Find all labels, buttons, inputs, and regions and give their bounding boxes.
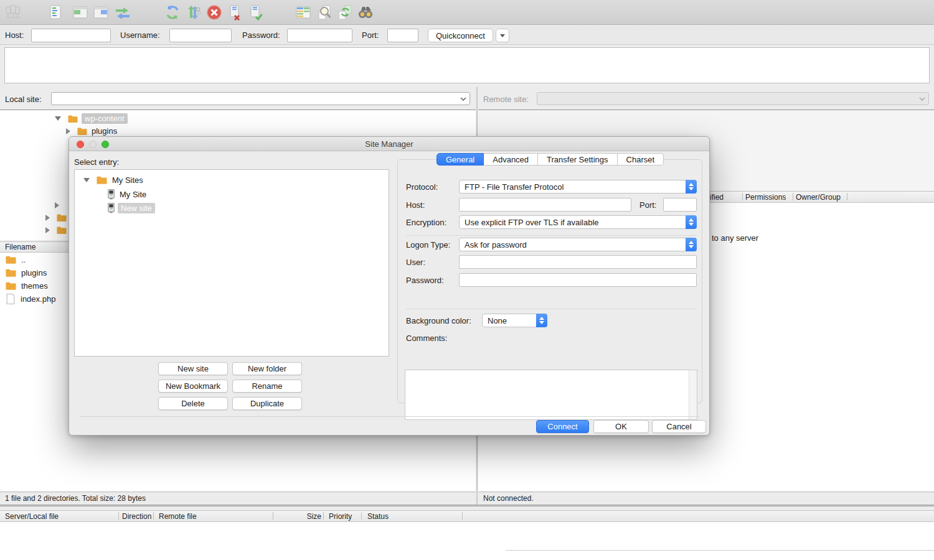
tree-item-my-sites[interactable]: My Sites xyxy=(112,175,143,185)
tree-row-partial[interactable] xyxy=(55,199,59,211)
tree-item-my-site[interactable]: My Site xyxy=(120,190,146,199)
directory-comparison-button[interactable] xyxy=(295,4,312,21)
connect-button[interactable]: Connect xyxy=(536,420,589,433)
port-input[interactable] xyxy=(387,29,418,42)
disclosure-collapsed-icon[interactable] xyxy=(66,128,70,134)
column-separator[interactable] xyxy=(793,193,793,200)
stepper-icon xyxy=(686,215,697,229)
scrollbar-track[interactable] xyxy=(689,370,697,419)
disclosure-collapsed-icon[interactable] xyxy=(45,227,50,233)
chevron-down-icon-disabled xyxy=(918,95,926,103)
process-queue-button[interactable] xyxy=(185,4,202,21)
quickconnect-button[interactable]: Quickconnect xyxy=(428,29,493,42)
cancel-button[interactable]: Cancel xyxy=(652,420,706,433)
quickconnect-dropdown-button[interactable] xyxy=(496,29,509,42)
column-separator[interactable] xyxy=(118,512,119,520)
tree-item-wp-content[interactable]: wp-content xyxy=(82,113,128,124)
not-connected-message: to any server xyxy=(712,233,758,243)
disclosure-collapsed-icon[interactable] xyxy=(45,215,50,221)
server-site-icon xyxy=(107,189,115,200)
column-separator[interactable] xyxy=(742,193,743,200)
tab-charset[interactable]: Charset xyxy=(618,153,664,166)
disclosure-expanded-icon[interactable] xyxy=(55,116,61,121)
site-manager-button[interactable] xyxy=(4,4,22,21)
reconnect-button[interactable] xyxy=(247,4,264,21)
username-input[interactable] xyxy=(169,29,232,42)
queue-col-direction[interactable]: Direction xyxy=(122,512,151,521)
column-separator[interactable] xyxy=(153,512,154,520)
sm-port-input[interactable] xyxy=(663,198,697,212)
password-input[interactable] xyxy=(287,29,352,42)
duplicate-button[interactable]: Duplicate xyxy=(232,397,302,410)
sm-password-input[interactable] xyxy=(459,273,697,287)
sm-host-input[interactable] xyxy=(459,198,631,212)
new-folder-button[interactable]: New folder xyxy=(232,362,302,375)
refresh-button[interactable] xyxy=(164,4,181,21)
last-modified-column-header[interactable]: ified xyxy=(710,193,724,202)
column-separator[interactable] xyxy=(847,193,847,200)
quickconnect-bar: Host: Username: Password: Port: Quickcon… xyxy=(0,26,934,45)
synchronized-browsing-button[interactable] xyxy=(336,4,354,21)
tree-row-partial[interactable] xyxy=(45,212,67,223)
transfer-queue-toggle-button[interactable] xyxy=(114,4,131,21)
disconnect-button[interactable] xyxy=(226,4,243,21)
logon-type-select[interactable]: Ask for password xyxy=(459,238,697,251)
owner-group-column-header[interactable]: Owner/Group xyxy=(796,193,841,202)
disclosure-collapsed-icon[interactable] xyxy=(55,202,59,208)
queue-col-size[interactable]: Size xyxy=(293,512,321,521)
background-color-select[interactable]: None xyxy=(482,314,547,327)
rename-button[interactable]: Rename xyxy=(232,380,302,393)
message-log-toggle-button[interactable] xyxy=(47,4,64,21)
cancel-operation-button[interactable] xyxy=(205,4,223,21)
site-manager-icon xyxy=(5,4,21,21)
protocol-select[interactable]: FTP - File Transfer Protocol xyxy=(459,180,697,194)
queue-col-remote-file[interactable]: Remote file xyxy=(159,512,197,521)
column-separator[interactable] xyxy=(323,512,324,520)
local-site-combo[interactable] xyxy=(51,92,470,105)
main-toolbar xyxy=(0,0,934,25)
new-site-button[interactable]: New site xyxy=(158,362,228,375)
queue-col-status[interactable]: Status xyxy=(367,512,389,521)
process-queue-icon xyxy=(186,4,202,21)
protocol-value: FTP - File Transfer Protocol xyxy=(465,182,564,192)
remote-status-bar: Not connected. xyxy=(478,492,934,505)
host-input[interactable] xyxy=(31,29,111,42)
filename-column-header[interactable]: Filename xyxy=(5,243,35,251)
chevron-down-icon xyxy=(460,95,467,103)
local-status-text: 1 file and 2 directories. Total size: 28… xyxy=(5,494,146,503)
column-separator[interactable] xyxy=(361,512,362,520)
column-separator[interactable] xyxy=(273,512,273,520)
tree-item-plugins[interactable]: plugins xyxy=(92,126,117,136)
comments-label: Comments: xyxy=(406,334,447,343)
permissions-column-header[interactable]: Permissions xyxy=(745,193,786,202)
delete-button[interactable]: Delete xyxy=(158,397,228,410)
queue-divider[interactable] xyxy=(0,505,934,506)
tree-item-new-site[interactable]: New site xyxy=(118,203,155,213)
tab-transfer-settings[interactable]: Transfer Settings xyxy=(538,153,618,166)
encryption-select[interactable]: Use explicit FTP over TLS if available xyxy=(459,215,697,229)
tree-row-partial[interactable] xyxy=(45,224,67,236)
find-files-button[interactable] xyxy=(357,4,374,21)
local-tree-toggle-button[interactable] xyxy=(72,4,89,21)
site-entry-tree: My Sites My Site New site xyxy=(74,169,389,357)
file-search-button[interactable] xyxy=(316,4,333,21)
queue-col-priority[interactable]: Priority xyxy=(329,512,352,521)
cancel-icon xyxy=(206,4,222,21)
remote-tree-toggle-button[interactable] xyxy=(92,4,110,21)
stepper-icon xyxy=(686,180,697,194)
folder-icon xyxy=(96,175,108,185)
comments-textarea[interactable] xyxy=(405,370,697,420)
tab-general[interactable]: General xyxy=(436,153,484,166)
refresh-icon xyxy=(164,4,181,21)
ok-button[interactable]: OK xyxy=(593,420,649,433)
column-separator[interactable] xyxy=(462,512,463,520)
disclosure-expanded-icon[interactable] xyxy=(83,178,90,182)
local-tree-view-icon xyxy=(72,4,88,21)
tab-advanced[interactable]: Advanced xyxy=(484,153,538,166)
user-input[interactable] xyxy=(459,255,697,269)
dialog-titlebar[interactable]: Site Manager xyxy=(69,137,709,151)
dialog-title: Site Manager xyxy=(69,139,709,149)
remote-site-combo xyxy=(537,92,929,105)
new-bookmark-button[interactable]: New Bookmark xyxy=(158,380,228,393)
queue-col-server-local-file[interactable]: Server/Local file xyxy=(5,512,59,521)
